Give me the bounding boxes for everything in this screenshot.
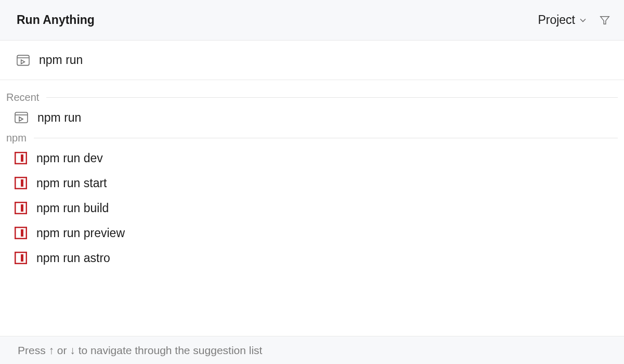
svg-rect-8 [21, 154, 23, 162]
footer-hint-bar: Press ↑ or ↓ to navigate through the sug… [0, 336, 624, 364]
terminal-run-icon [15, 112, 28, 123]
svg-rect-1 [17, 55, 29, 65]
list-item-label: npm run astro [36, 251, 110, 265]
npm-icon [15, 202, 27, 214]
dialog-header: Run Anything Project [0, 0, 624, 41]
header-controls: Project [538, 13, 612, 27]
section-header-npm: npm [0, 130, 624, 146]
list-item[interactable]: npm run astro [0, 245, 624, 270]
svg-marker-3 [21, 60, 25, 64]
list-item-label: npm run start [36, 176, 107, 190]
npm-icon [15, 252, 27, 264]
list-item[interactable]: npm run dev [0, 146, 624, 171]
list-item[interactable]: npm run preview [0, 220, 624, 245]
npm-icon [15, 227, 27, 239]
scope-selector[interactable]: Project [538, 13, 587, 27]
list-item[interactable]: npm run [0, 105, 624, 130]
svg-rect-14 [21, 229, 23, 237]
footer-hint: Press ↑ or ↓ to navigate through the sug… [18, 344, 262, 357]
chevron-down-icon [579, 17, 587, 24]
section-label: Recent [6, 92, 39, 103]
svg-rect-12 [21, 204, 23, 212]
npm-icon [15, 177, 27, 189]
command-input[interactable] [39, 53, 607, 67]
section-label: npm [6, 132, 27, 144]
command-input-row[interactable] [0, 41, 624, 80]
list-item-label: npm run preview [36, 226, 125, 240]
suggestion-list: Recent npm run npm npm run dev npm run s… [0, 80, 624, 336]
npm-icon [15, 152, 27, 164]
list-item-label: npm run [37, 111, 81, 125]
section-divider [34, 138, 618, 138]
svg-rect-16 [21, 254, 23, 262]
section-divider [46, 97, 618, 98]
section-header-recent: Recent [0, 89, 624, 105]
list-item[interactable]: npm run build [0, 196, 624, 220]
filter-button[interactable] [598, 14, 612, 27]
list-item-label: npm run dev [36, 151, 103, 165]
list-item-label: npm run build [36, 201, 109, 215]
svg-rect-10 [21, 179, 23, 187]
terminal-run-icon [17, 55, 30, 66]
svg-rect-4 [15, 112, 28, 123]
scope-label: Project [538, 13, 575, 27]
dialog-title: Run Anything [17, 13, 95, 27]
svg-marker-0 [601, 16, 609, 24]
svg-marker-6 [19, 117, 23, 121]
filter-icon [599, 15, 610, 26]
list-item[interactable]: npm run start [0, 171, 624, 196]
